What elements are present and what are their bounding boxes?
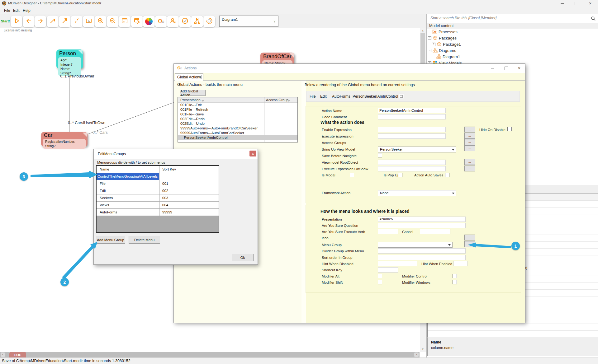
emg-column-sortkey[interactable]: Sort Key <box>162 166 176 173</box>
hide-on-disable-checkbox[interactable] <box>507 127 512 131</box>
dialog-minimize-button[interactable] <box>488 65 497 71</box>
table-row[interactable]: Seekers 003 <box>97 194 219 202</box>
execute-expression-ellipsis-button[interactable]: ... <box>464 133 475 139</box>
cell-name[interactable]: File <box>100 180 106 187</box>
code-comment-input[interactable] <box>378 114 446 119</box>
enable-expression-ellipsis-button[interactable]: ... <box>464 127 475 133</box>
add-global-action-button[interactable]: Add Global Action <box>180 90 206 96</box>
tree-item-diagrams[interactable]: − Diagrams <box>428 47 456 54</box>
dialog-close-button[interactable]: ✕ <box>515 65 524 71</box>
scroll-down-icon[interactable]: ▼ <box>420 348 426 351</box>
emg-column-name[interactable]: Name <box>100 166 109 173</box>
bring-up-view-model-dropdown[interactable]: PersonSeeker <box>378 147 456 152</box>
hint-when-disabled-input[interactable] <box>378 261 417 266</box>
modifier-shift-checkbox[interactable] <box>378 280 382 284</box>
modifier-alt-checkbox[interactable] <box>378 274 382 278</box>
cell-sortkey[interactable]: 002 <box>162 187 168 194</box>
framework-action-dropdown[interactable]: None <box>378 190 456 196</box>
action-auto-saves-checkbox[interactable] <box>445 173 449 177</box>
scroll-right-button[interactable]: › <box>414 352 419 357</box>
icon-ellipsis-button[interactable]: ... <box>464 235 475 240</box>
bring-up-view-model-ellipsis-button[interactable]: ... <box>464 145 475 151</box>
emg-titlebar[interactable]: EditMenuGroups x <box>94 149 258 159</box>
modifier-windows-checkbox[interactable] <box>453 280 457 284</box>
list-item[interactable]: 99999AutoForms---AutoFormCarSeeker <box>178 131 297 135</box>
list-item-selected[interactable]: ---PersonSeekerIAmInControl <box>178 135 297 140</box>
list-item[interactable]: 001File---Save <box>178 112 297 117</box>
list-item[interactable]: 99999AutoForms---AutoFormBrandOfCarSeeke… <box>178 126 297 131</box>
table-row[interactable]: AutoForms 99999 <box>97 209 219 216</box>
class-car[interactable]: Car RegistrationNumber: String? <box>41 132 88 147</box>
search-input[interactable] <box>430 16 587 21</box>
tab-global-actions[interactable]: Global Actions X <box>175 73 203 81</box>
preview-menu-file[interactable]: File <box>310 94 316 99</box>
table-row[interactable]: File 001 <box>97 180 219 187</box>
dialog-maximize-button[interactable] <box>501 65 511 71</box>
cell-name-selected[interactable]: ControlTheMenuGrouping/AtAllLevels <box>97 173 159 180</box>
presentation-input[interactable]: <Name> <box>378 217 466 222</box>
divider-group-input[interactable] <box>378 248 466 254</box>
list-item[interactable]: 001File---Refresh <box>178 107 297 112</box>
scroll-left-button[interactable]: ‹ <box>1 352 5 357</box>
list-item[interactable]: 002Edit---Redo <box>178 117 297 121</box>
close-button[interactable]: ✕ <box>586 0 595 7</box>
tree-item-packages[interactable]: − Packages <box>428 35 457 41</box>
cell-sortkey[interactable]: 001 <box>162 180 168 187</box>
cell-name[interactable]: Seekers <box>100 194 113 202</box>
preview-menu-autoforms[interactable]: AutoForms <box>332 94 350 99</box>
collapse-icon[interactable]: − <box>428 36 431 40</box>
sort-order-input[interactable] <box>378 255 466 260</box>
ok-button[interactable]: Ok <box>232 254 254 261</box>
emg-close-button[interactable]: x <box>249 151 256 156</box>
viewmodel-rootobject-input[interactable] <box>378 160 446 165</box>
table-row[interactable]: Views 004 <box>97 202 219 209</box>
doc-tab[interactable]: DOC <box>9 352 26 357</box>
menu-group-ellipsis-button[interactable]: ... <box>464 241 475 247</box>
cell-sortkey[interactable]: 99999 <box>162 209 172 216</box>
tab-close-icon[interactable]: X <box>198 75 202 79</box>
class-person[interactable]: Person Age: Integer? Name: String? <box>56 49 83 69</box>
save-before-navigate-checkbox[interactable] <box>378 153 382 157</box>
expand-icon[interactable]: + <box>432 43 435 46</box>
are-you-sure-question-input[interactable] <box>378 223 466 228</box>
cell-name[interactable]: Views <box>100 202 109 209</box>
search-icon[interactable] <box>591 16 596 22</box>
table-row-selected[interactable]: ControlTheMenuGrouping/AtAllLevels <box>97 173 219 180</box>
enable-expression-input[interactable] <box>378 127 446 132</box>
viewmodel-rootobject-ellipsis-button[interactable]: ... <box>464 159 475 165</box>
list-item[interactable]: 001File---Exit <box>178 103 297 107</box>
minimize-button[interactable] <box>558 0 567 7</box>
cell-name[interactable]: AutoForms <box>100 209 117 216</box>
execute-expression-onshow-ellipsis-button[interactable]: ... <box>464 166 475 171</box>
menu-preview-extra-button[interactable] <box>399 94 404 99</box>
maximize-button[interactable] <box>572 0 581 7</box>
tree-item-processes[interactable]: Processes <box>432 29 458 35</box>
list-item[interactable]: 002Edit---Undo <box>178 121 297 126</box>
are-you-sure-execute-verb-input[interactable] <box>378 229 398 234</box>
column-access-group[interactable]: Access Group <box>266 98 288 102</box>
modifier-control-checkbox[interactable] <box>453 274 457 278</box>
is-pop-up-checkbox[interactable] <box>398 173 402 177</box>
tree-item-diagram1[interactable]: Diagram1 <box>436 54 460 60</box>
execute-expression-onshow-input[interactable] <box>378 166 446 171</box>
execute-expression-input[interactable] <box>378 133 446 139</box>
preview-menu-edit[interactable]: Edit <box>320 94 327 99</box>
actions-listbox[interactable]: Presentation Access Group 001File---Exit… <box>178 97 298 142</box>
actions-dialog-titlebar[interactable]: ⚙⚙ Actions ✕ <box>174 64 525 73</box>
action-name-input[interactable]: PersonSeekerIAmInControl <box>378 108 446 113</box>
column-presentation[interactable]: Presentation <box>180 98 201 102</box>
cancel-verb-input[interactable] <box>420 229 450 234</box>
shortcut-key-input[interactable] <box>378 267 398 273</box>
delete-menu-button[interactable]: Delete Menu <box>129 236 160 244</box>
cell-sortkey[interactable]: 004 <box>162 202 168 209</box>
table-row[interactable]: Edit 002 <box>97 187 219 194</box>
emg-table[interactable]: Name Sort Key ControlTheMenuGrouping/AtA… <box>96 165 219 233</box>
access-groups-ellipsis-button[interactable]: ... <box>464 139 475 145</box>
is-modal-checkbox[interactable] <box>350 173 354 177</box>
hint-when-enabled-input[interactable] <box>453 261 467 266</box>
horizontal-scrollbar[interactable]: ‹ DOC › <box>0 352 420 357</box>
cell-sortkey[interactable]: 003 <box>162 194 168 202</box>
scroll-up-icon[interactable]: ▲ <box>420 29 426 32</box>
tree-item-package1[interactable]: + Package1 <box>432 41 461 47</box>
preview-menu-personseeker[interactable]: PersonSeekerIAmInControl <box>353 94 398 99</box>
